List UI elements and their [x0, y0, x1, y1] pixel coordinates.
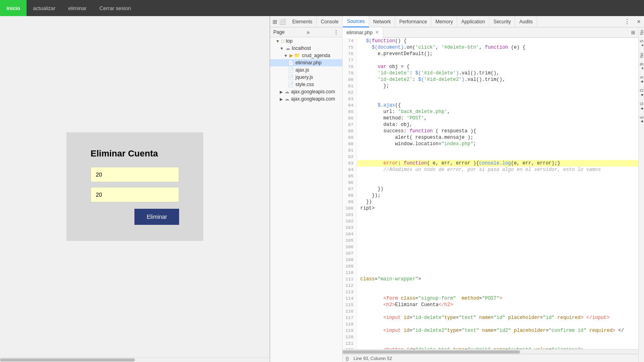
- tab-performance[interactable]: Performance: [395, 16, 431, 27]
- arrow-down-icon: ▼: [276, 39, 280, 43]
- code-line: 114 <form class="signup-form" method="PO…: [343, 295, 638, 302]
- nav-eliminar[interactable]: eliminar: [62, 0, 93, 16]
- tree-crud-agenda[interactable]: ▼ ▶ 📁 crud_agenda: [270, 52, 342, 59]
- arrow-down-icon: ▼: [284, 53, 288, 58]
- code-line: 74 $(function() {: [343, 38, 638, 44]
- cloud-icon: ☁: [285, 89, 289, 95]
- tree-ajax-googleapis-1[interactable]: ▶ ☁ ajax.googleapis.com: [270, 88, 342, 95]
- nav-cerrar-sesion[interactable]: Cerrar sesion: [93, 0, 137, 16]
- tab-console[interactable]: Console: [317, 16, 343, 27]
- file-tree: Page » ⋮ ▼ □ top ▼ ☁ localhost ▼ ▶ 📁: [270, 27, 343, 362]
- code-tab-eliminar[interactable]: eliminar.php ✕: [343, 27, 383, 38]
- tree-top[interactable]: ▼ □ top: [270, 37, 342, 45]
- pretty-print-icon[interactable]: {}: [346, 356, 349, 361]
- tree-localhost[interactable]: ▼ ☁ localhost: [270, 45, 342, 52]
- code-line: 107: [343, 250, 638, 257]
- page-scrollbar-thumb: [0, 358, 135, 362]
- code-line: 84 $.ajax({: [343, 102, 638, 109]
- code-line: 81 };: [343, 83, 638, 89]
- cloud-icon: ☁: [285, 45, 290, 51]
- collapsed-panel-s[interactable]: ▸ S: [639, 37, 644, 50]
- undock-icon[interactable]: ⬜: [279, 19, 286, 25]
- tab-security[interactable]: Security: [489, 16, 515, 27]
- code-line: 117 <input id="id-delete"type="text" nam…: [343, 315, 638, 321]
- page-scrollbar[interactable]: [0, 357, 270, 362]
- more-tabs-button[interactable]: ⋮: [621, 18, 634, 25]
- collapsed-panel-x[interactable]: ► X: [639, 74, 644, 86]
- page-content: Eliminar Cuenta Eliminar: [0, 16, 270, 357]
- tree-ajax-js[interactable]: 📄 ajax.js: [270, 66, 342, 74]
- collapsed-panel-e[interactable]: ► E: [639, 113, 644, 126]
- collapsed-panel-no1[interactable]: No: [639, 27, 644, 37]
- file-icon: 📄: [288, 82, 294, 87]
- tab-application[interactable]: Application: [457, 16, 489, 27]
- nav-actualizar[interactable]: actualizar: [27, 0, 62, 16]
- code-line: 89 alert( respuesta.mensaje );: [343, 134, 638, 141]
- arrow-right-icon: ▶: [280, 90, 283, 94]
- code-line: 94 //Añadimos un nodo de error, por si p…: [343, 167, 638, 173]
- id-delete2-input[interactable]: [91, 187, 179, 202]
- nav-inicio[interactable]: inicio: [0, 0, 27, 16]
- tab-sources[interactable]: Sources: [343, 16, 369, 27]
- code-line: 112: [343, 282, 638, 289]
- file-tree-header: Page » ⋮: [270, 27, 342, 37]
- sources-panel: Page » ⋮ ▼ □ top ▼ ☁ localhost ▼ ▶ 📁: [270, 27, 644, 362]
- collapsed-panel-g[interactable]: ► G: [639, 100, 644, 113]
- close-tab-button[interactable]: ✕: [375, 30, 379, 35]
- code-line: 86 method: 'POST',: [343, 115, 638, 121]
- tree-style-css[interactable]: 📄 style.css: [270, 81, 342, 88]
- code-tab-bar: eliminar.php ✕ ⊞: [343, 27, 638, 38]
- code-line: 105: [343, 237, 638, 244]
- collapsed-panel-d[interactable]: ► D: [639, 86, 644, 100]
- page-tab[interactable]: Page: [273, 29, 285, 35]
- code-line: 110: [343, 269, 638, 276]
- form-title: Eliminar Cuenta: [91, 148, 179, 159]
- tab-audits[interactable]: Audits: [515, 16, 537, 27]
- tree-eliminar-php[interactable]: 📄 eliminar.php: [270, 59, 342, 66]
- code-line: 121: [343, 340, 638, 347]
- tree-ajax-googleapis-2[interactable]: ▶ ☁ ajax.googleapis.com: [270, 95, 342, 103]
- code-line: 91: [343, 147, 638, 154]
- tab-elements[interactable]: Elements: [288, 16, 317, 27]
- code-line: 115 <h2>Eliminar Cuenta</h2>: [343, 302, 638, 308]
- file-icon: 📄: [288, 74, 294, 80]
- code-line: 77: [343, 57, 638, 64]
- code-scrollbar[interactable]: [343, 349, 638, 354]
- code-line: 88 success: function ( respuesta ){: [343, 128, 638, 134]
- close-devtools-button[interactable]: ✕: [634, 19, 644, 25]
- code-line: 92: [343, 154, 638, 160]
- collapsed-panel-no2[interactable]: No: [639, 50, 644, 60]
- code-line: 96: [343, 179, 638, 186]
- code-line: 118: [343, 321, 638, 327]
- code-line: 108: [343, 257, 638, 263]
- code-scrollbar-thumb: [343, 350, 520, 354]
- eliminar-button[interactable]: Eliminar: [134, 209, 179, 225]
- code-line: 95: [343, 173, 638, 179]
- dock-icon[interactable]: ⊞: [272, 19, 277, 25]
- code-line: 116: [343, 308, 638, 315]
- code-line: 85 url: 'back_delete.php',: [343, 109, 638, 115]
- expand-code-button[interactable]: ⊞: [628, 30, 638, 35]
- code-line: 109: [343, 263, 638, 269]
- id-delete-input[interactable]: [91, 167, 179, 182]
- tree-menu-button[interactable]: ⋮: [333, 29, 339, 35]
- folder-icon: □: [281, 38, 284, 44]
- devtools-icons: ⊞ ⬜: [270, 19, 288, 25]
- code-lines: 74 $(function() { 75 $(document).on('cli…: [343, 38, 638, 349]
- cloud-icon: ☁: [285, 96, 289, 102]
- code-area: eliminar.php ✕ ⊞ 74 $(function() { 75 $(…: [343, 27, 638, 362]
- tree-jquery-js[interactable]: 📄 jquery.js: [270, 74, 342, 81]
- tab-network[interactable]: Network: [369, 16, 395, 27]
- code-line: 101: [343, 212, 638, 218]
- code-line: 100ript>: [343, 205, 638, 212]
- more-sources-button[interactable]: »: [307, 29, 310, 35]
- code-line: 75 $(document).on('click', '#delete-btn'…: [343, 44, 638, 51]
- main-split: Eliminar Cuenta Eliminar ⊞ ⬜ Elements Co…: [0, 16, 644, 362]
- code-line: 78 var obj = {: [343, 64, 638, 70]
- tab-memory[interactable]: Memory: [431, 16, 457, 27]
- code-line: 104: [343, 231, 638, 237]
- code-editor[interactable]: 74 $(function() { 75 $(document).on('cli…: [343, 38, 638, 349]
- code-line: 79 'id-delete': $('#id-delete').val().tr…: [343, 70, 638, 76]
- arrow-right-icon: ▶: [280, 97, 283, 101]
- collapsed-panel-b[interactable]: ▸ B: [639, 60, 644, 73]
